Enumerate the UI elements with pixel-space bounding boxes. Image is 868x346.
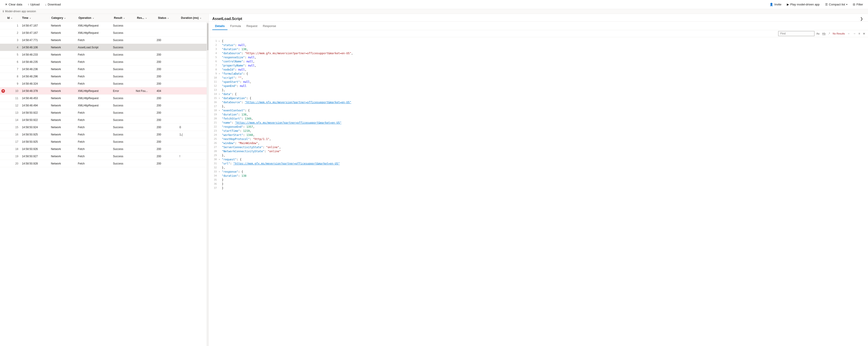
tab-request[interactable]: Request — [244, 23, 260, 30]
table-cell: XMLHttpRequest — [76, 104, 111, 107]
expand-toggle[interactable]: ▾ — [219, 92, 222, 96]
table-cell: 12 — [5, 104, 20, 107]
col-header-id[interactable]: Id ⌄ — [5, 16, 20, 20]
match-case-button[interactable]: Aa — [815, 32, 820, 35]
code-line: 21 "name": "https://mem.gfx.ms/meversion… — [209, 121, 868, 125]
expand-toggle[interactable]: ▾ — [219, 72, 222, 76]
upload-button[interactable]: ↑ Upload — [25, 2, 42, 7]
table-row[interactable]: 1914:58:50.927NetworkFetchSuccess200! — [0, 153, 207, 160]
table-row[interactable]: 1614:58:50.925NetworkFetchSuccess2001,( — [0, 131, 207, 138]
filter-button[interactable]: ⊟ Filter — [850, 2, 865, 7]
invite-button[interactable]: 👤 Invite — [767, 2, 784, 7]
table-row[interactable]: 614:58:48.235NetworkFetchSuccess200 — [0, 58, 207, 65]
tab-formula[interactable]: Formula — [227, 23, 244, 30]
table-row[interactable]: 1314:58:50.922NetworkFetchSuccess200 — [0, 109, 207, 116]
line-content: } — [222, 182, 866, 186]
regex-button[interactable]: .* — [828, 32, 831, 35]
invite-icon: 👤 — [770, 3, 773, 6]
line-content: }, — [222, 166, 866, 170]
table-row[interactable]: 114:58:47.167NetworkXMLHttpRequestSucces… — [0, 22, 207, 29]
table-cell: Success — [111, 24, 134, 27]
table-row[interactable]: 1814:58:50.926NetworkFetchSuccess200 — [0, 145, 207, 153]
table-body: 114:58:47.167NetworkXMLHttpRequestSucces… — [0, 22, 207, 346]
download-button[interactable]: ↓ Download — [43, 2, 63, 7]
table-cell: Network — [49, 82, 76, 85]
find-next-button[interactable]: → — [852, 32, 857, 36]
table-row[interactable]: 514:58:48.233NetworkFetchSuccess200 — [0, 51, 207, 58]
table-row[interactable]: 1514:58:50.924NetworkFetchSuccess2000 — [0, 124, 207, 131]
table-row[interactable]: 414:58:48.106NetworkAssetLoad.ScriptSucc… — [0, 44, 207, 51]
table-cell: Network — [49, 147, 76, 151]
table-row[interactable]: 1114:58:48.453NetworkXMLHttpRequestSucce… — [0, 95, 207, 102]
table-row[interactable]: 2014:58:50.928NetworkFetchSuccess200 — [0, 160, 207, 167]
line-content: "controlName": null, — [222, 59, 866, 63]
col-header-time[interactable]: Time ⌄ — [20, 16, 50, 20]
table-cell: Network — [49, 126, 76, 129]
clear-data-button[interactable]: ✕ Clear data — [3, 2, 25, 7]
code-viewer[interactable]: 1▸{2 "status": null,3 "duration": 138,4 … — [209, 37, 868, 346]
expand-toggle[interactable]: ▸ — [219, 39, 222, 43]
match-word-button[interactable]: A̲b̲ — [821, 32, 827, 36]
table-cell: Network — [49, 140, 76, 143]
code-line: 13 }, — [209, 88, 868, 92]
find-list-button[interactable]: ≡ — [858, 32, 861, 36]
line-content: } — [222, 186, 866, 190]
table-cell: Fetch — [76, 111, 111, 114]
col-header-operation[interactable]: Operation ⌄ — [77, 16, 112, 20]
table-row[interactable]: 814:58:48.296NetworkFetchSuccess200 — [0, 73, 207, 80]
table-row[interactable]: 1414:58:50.922NetworkFetchSuccess200 — [0, 116, 207, 124]
scroll-thumb[interactable] — [207, 23, 209, 50]
col-header-res[interactable]: Res... ⌄ — [135, 16, 156, 20]
find-prev-button[interactable]: ← — [847, 32, 851, 36]
line-number: 16 — [211, 100, 217, 104]
code-line: 28 "NetworkConnectivityState": "online" — [209, 149, 868, 153]
col-header-status[interactable]: Status ⌄ — [156, 16, 179, 20]
code-line: 1▸{ — [209, 39, 868, 43]
expand-toggle[interactable]: ▾ — [219, 170, 222, 174]
find-input[interactable] — [778, 31, 814, 36]
tab-details[interactable]: Details — [212, 23, 227, 30]
table-cell: 404 — [155, 89, 178, 92]
table-cell: Network — [49, 38, 76, 42]
table-cell: Fetch — [76, 118, 111, 122]
col-header-result[interactable]: Result ⌄ — [112, 16, 135, 20]
compact-list-button[interactable]: ☰ Compact list ▾ — [823, 2, 850, 7]
detail-close-button[interactable]: ❯ — [859, 16, 864, 21]
line-number: 12 — [211, 84, 217, 88]
find-close-button[interactable]: ✕ — [862, 32, 866, 36]
table-cell: 14 — [5, 118, 20, 122]
line-content: "workerStart": 1348, — [222, 133, 866, 137]
table-row[interactable]: 1214:58:48.494NetworkXMLHttpRequestSucce… — [0, 102, 207, 109]
line-number: 26 — [211, 141, 217, 145]
table-cell: Network — [49, 133, 76, 136]
table-row[interactable]: 214:58:47.167NetworkXMLHttpRequestSucces… — [0, 29, 207, 36]
expand-toggle[interactable]: ▾ — [219, 96, 222, 100]
table-row[interactable]: ✕1014:58:48.378NetworkXMLHttpRequestErro… — [0, 87, 207, 95]
code-line: 30▾ "request": { — [209, 157, 868, 162]
col-header-category[interactable]: Category ⌄ — [50, 16, 77, 20]
line-number: 4 — [211, 51, 217, 55]
table-cell: Network — [49, 118, 76, 122]
table-cell: Network — [49, 155, 76, 158]
table-cell: Network — [49, 24, 76, 27]
scroll-track[interactable] — [207, 22, 209, 346]
expand-toggle[interactable]: ▾ — [219, 109, 222, 113]
operation-sort-icon: ⌄ — [92, 17, 94, 19]
session-label: Model-driven app session — [5, 10, 36, 13]
table-row[interactable]: 914:58:48.324NetworkFetchSuccess200 — [0, 80, 207, 87]
table-row[interactable]: 1714:58:50.925NetworkFetchSuccess200 — [0, 138, 207, 145]
table-cell: 200 — [155, 67, 178, 71]
table-cell: Fetch — [76, 126, 111, 129]
table-row[interactable]: 314:58:47.771NetworkFetchSuccess200 — [0, 36, 207, 44]
play-model-button[interactable]: ▶ Play model-driven app — [784, 2, 822, 7]
table-cell: Success — [111, 162, 134, 165]
filter-icon: ⊟ — [853, 3, 855, 6]
table-cell: Success — [111, 104, 134, 107]
table-cell: 14:58:48.494 — [20, 104, 49, 107]
table-cell: Success — [111, 38, 134, 42]
col-header-duration[interactable]: Duration (ms) ⌄ — [179, 16, 209, 20]
expand-toggle[interactable]: ▾ — [219, 157, 222, 162]
table-row[interactable]: 714:58:48.236NetworkFetchSuccess200 — [0, 65, 207, 73]
line-number: 14 — [211, 92, 217, 96]
tab-response[interactable]: Response — [260, 23, 279, 30]
